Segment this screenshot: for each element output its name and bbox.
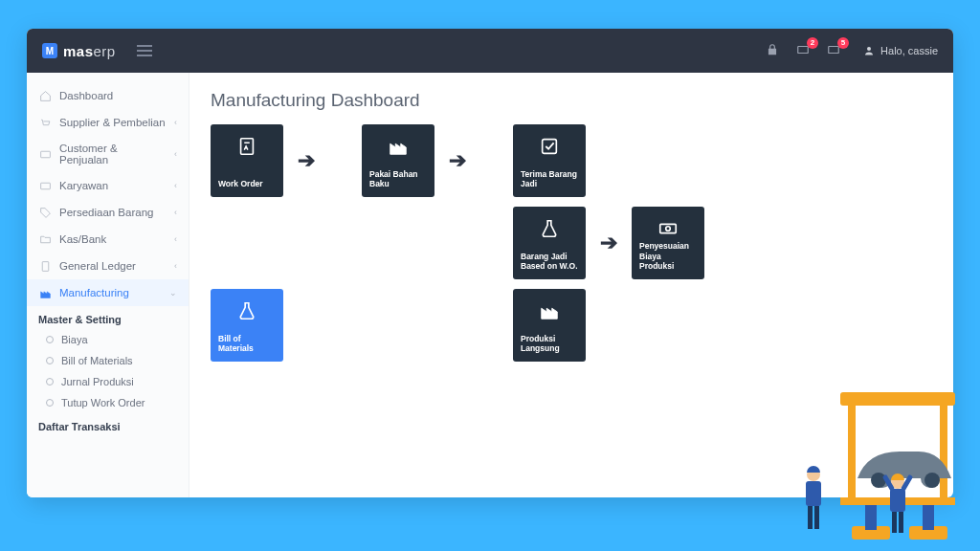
chevron-left-icon: ‹: [174, 208, 177, 217]
factory-icon: [388, 136, 409, 160]
badge-2: 5: [837, 37, 849, 49]
sidebar-item-manufacturing[interactable]: Manufacturing ⌄: [27, 279, 189, 306]
svg-point-9: [666, 226, 671, 231]
tile-pakai-bahan[interactable]: Pakai Bahan Baku: [362, 124, 434, 197]
svg-rect-23: [814, 506, 819, 529]
svg-point-2: [867, 47, 871, 51]
sidebar-item-label: Customer & Penjualan: [59, 143, 167, 165]
tag-icon: [38, 206, 52, 219]
circle-icon: [46, 336, 54, 343]
sidebar-item-kasbank[interactable]: Kas/Bank ‹: [27, 226, 189, 253]
brand-text: maserp: [63, 43, 116, 59]
sidebar-item-dashboard[interactable]: Dashboard: [27, 82, 189, 109]
sidebar-item-label: Supplier & Pembelian: [59, 117, 167, 128]
factory-icon: [539, 300, 560, 324]
lock-icon[interactable]: [766, 43, 779, 59]
chevron-left-icon: ‹: [174, 118, 177, 127]
tile-terima-barang[interactable]: Terima Barang Jadi: [513, 124, 586, 197]
arrow-icon: ➔: [599, 231, 618, 255]
svg-rect-16: [865, 505, 877, 530]
work-order-icon: [236, 136, 257, 160]
topbar-icons: 2 5 Halo, cassie: [766, 43, 938, 59]
card-icon: [38, 179, 52, 192]
sidebar-item-label: Dashboard: [59, 90, 177, 101]
sidebar-item-label: Persediaan Barang: [59, 207, 167, 218]
card-icon: [38, 147, 52, 161]
chevron-left-icon: ‹: [174, 261, 177, 271]
tile-label: Pakai Bahan Baku: [369, 169, 427, 189]
folder-icon: [38, 232, 52, 246]
svg-rect-4: [40, 183, 50, 189]
sidebar-item-supplier[interactable]: Supplier & Pembelian ‹: [27, 109, 189, 136]
tile-penyesuaian[interactable]: Penyesuaian Biaya Produksi: [632, 207, 704, 279]
page-title: Manufacturing Dashboard: [211, 90, 932, 111]
tile-label: Penyesuaian Biaya Produksi: [639, 241, 697, 272]
sidebar-sub-biaya[interactable]: Biaya: [27, 329, 189, 350]
document-icon: [38, 259, 52, 273]
svg-rect-3: [40, 151, 50, 158]
user-menu[interactable]: Halo, cassie: [863, 45, 938, 56]
svg-rect-1: [829, 46, 839, 53]
tile-label: Produksi Langsung: [521, 334, 578, 354]
sidebar-heading-daftar: Daftar Transaksi: [27, 413, 189, 436]
flask-icon: [539, 218, 560, 242]
svg-rect-14: [852, 526, 890, 540]
svg-rect-13: [840, 497, 955, 505]
sidebar-item-persediaan[interactable]: Persediaan Barang ‹: [27, 199, 189, 226]
svg-rect-28: [892, 512, 897, 533]
sidebar-sub-jurnal[interactable]: Jurnal Produksi: [27, 371, 189, 392]
tile-label: Barang Jadi Based on W.O.: [521, 252, 578, 272]
sidebar-item-label: Karyawan: [59, 180, 167, 191]
menu-toggle-button[interactable]: [137, 45, 152, 56]
svg-rect-0: [798, 46, 809, 53]
tile-bom[interactable]: Bill of Materials: [211, 289, 283, 362]
arrow-icon: ➔: [297, 148, 316, 173]
svg-rect-22: [808, 506, 813, 529]
svg-rect-17: [923, 505, 934, 530]
badge-1: 2: [807, 37, 818, 49]
chevron-left-icon: ‹: [174, 149, 177, 159]
brand-bold: mas: [63, 43, 94, 59]
svg-rect-6: [241, 139, 254, 155]
tile-label: Terima Barang Jadi: [521, 169, 578, 189]
sidebar-item-label: General Ledger: [59, 260, 167, 272]
notification-icon-1[interactable]: 2: [796, 43, 810, 59]
circle-icon: [46, 378, 54, 386]
tile-produksi[interactable]: Produksi Langsung: [513, 289, 586, 362]
money-icon: [657, 218, 679, 242]
tile-label: Work Order: [218, 179, 276, 189]
tile-label: Bill of Materials: [218, 334, 276, 354]
svg-rect-5: [42, 261, 49, 271]
sidebar-sub-label: Biaya: [61, 334, 88, 345]
sidebar-sub-tutup[interactable]: Tutup Work Order: [27, 392, 189, 413]
tile-barang-wo[interactable]: Barang Jadi Based on W.O.: [513, 207, 586, 279]
sidebar-sub-label: Bill of Materials: [61, 355, 133, 366]
circle-icon: [46, 357, 54, 364]
user-greeting: Halo, cassie: [880, 45, 938, 56]
sidebar-heading-master: Master & Setting: [27, 306, 189, 329]
sidebar: Dashboard Supplier & Pembelian ‹ Custome…: [27, 73, 189, 497]
svg-rect-15: [909, 526, 947, 540]
sidebar-item-customer[interactable]: Customer & Penjualan ‹: [27, 136, 189, 172]
brand: M maserp: [42, 43, 116, 59]
home-icon: [38, 89, 52, 102]
flow-diagram: Work Order ➔ Pakai Bahan Baku ➔ Terima B…: [211, 124, 932, 362]
check-icon: [539, 136, 560, 160]
main-content: Manufacturing Dashboard Work Order ➔ Pak…: [189, 73, 953, 497]
sidebar-item-karyawan[interactable]: Karyawan ‹: [27, 172, 189, 199]
factory-icon: [38, 286, 52, 299]
sidebar-sub-label: Tutup Work Order: [61, 397, 145, 408]
sidebar-sub-bom[interactable]: Bill of Materials: [27, 350, 189, 371]
sidebar-item-label: Kas/Bank: [59, 233, 167, 245]
cart-icon: [38, 116, 52, 129]
chevron-down-icon: ⌄: [169, 288, 177, 298]
sidebar-item-ledger[interactable]: General Ledger ‹: [27, 253, 189, 279]
chevron-left-icon: ‹: [174, 234, 177, 244]
notification-icon-2[interactable]: 5: [827, 43, 840, 59]
chevron-left-icon: ‹: [174, 181, 177, 190]
brand-thin: erp: [94, 43, 116, 59]
app-frame: M maserp 2 5 Halo, cassie: [27, 29, 953, 497]
topbar: M maserp 2 5 Halo, cassie: [27, 29, 953, 73]
sidebar-sub-label: Jurnal Produksi: [61, 376, 134, 387]
tile-work-order[interactable]: Work Order: [211, 124, 283, 197]
